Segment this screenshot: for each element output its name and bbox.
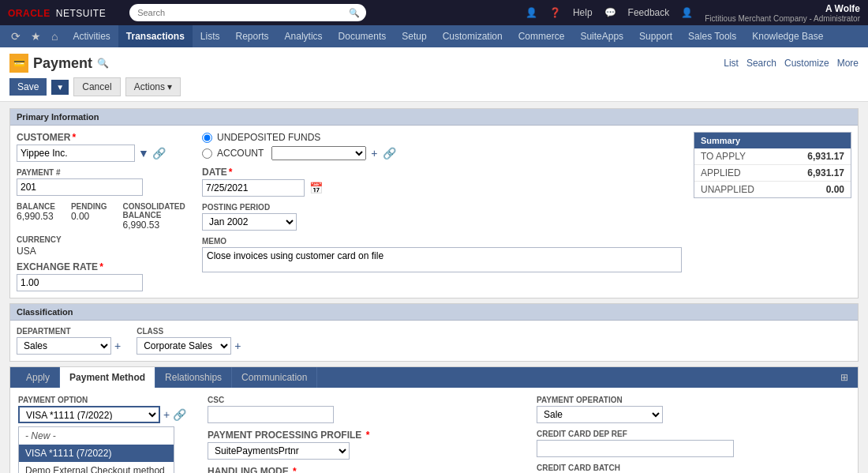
consolidated-balance-group: CONSOLIDATED BALANCE 6,990.53: [122, 202, 190, 231]
exchange-rate-input[interactable]: [17, 274, 143, 291]
memo-input[interactable]: Close invoices using customer card on fi…: [202, 247, 682, 272]
account-row: ACCOUNT + 🔗: [202, 146, 682, 160]
account-label: ACCOUNT: [217, 148, 264, 159]
summary-box-container: Summary TO APPLY 6,931.17 APPLIED 6,931.…: [694, 132, 851, 291]
date-input-row: 📅: [202, 179, 682, 197]
primary-info-section: Primary Information CUSTOMER* ▼ 🔗 PAYMEN…: [9, 108, 859, 298]
comment-icon: 💬: [604, 7, 616, 18]
nav-documents[interactable]: Documents: [331, 25, 395, 47]
class-add-icon[interactable]: +: [234, 340, 241, 352]
star-icon[interactable]: ★: [28, 28, 44, 44]
nav-activities[interactable]: Activities: [65, 25, 118, 47]
department-add-icon[interactable]: +: [114, 340, 121, 352]
payment-processing-profile-select[interactable]: SuitePaymentsPrtnr: [208, 442, 350, 460]
customer-input[interactable]: [17, 145, 135, 162]
tab-communication[interactable]: Communication: [232, 367, 317, 388]
nav-suiteapps[interactable]: SuiteApps: [572, 25, 631, 47]
nav-analytics[interactable]: Analytics: [277, 25, 331, 47]
payment-icon: 💳: [9, 54, 28, 73]
payment-operation-select[interactable]: Sale: [537, 406, 663, 423]
user-avatar-icon: 👤: [681, 7, 693, 18]
account-add-icon[interactable]: +: [371, 147, 377, 160]
credit-card-batch-label: CREDIT CARD BATCH: [537, 464, 850, 472]
payment-operation-row: Sale: [537, 406, 850, 423]
question-icon: ❓: [549, 7, 561, 18]
main-content: Primary Information CUSTOMER* ▼ 🔗 PAYMEN…: [0, 102, 868, 473]
posting-period-label: POSTING PERIOD: [202, 203, 682, 212]
payment-option-select[interactable]: VISA *1111 (7/2022): [18, 406, 160, 423]
consolidated-balance-value: 6,990.53: [122, 220, 190, 231]
summary-unapplied-row: UNAPPLIED 0.00: [694, 182, 851, 197]
class-select[interactable]: Corporate Sales: [137, 337, 231, 355]
dropdown-new-item[interactable]: - New -: [19, 427, 174, 445]
search-page-icon[interactable]: 🔍: [97, 58, 109, 69]
history-icon[interactable]: ⟳: [8, 28, 24, 44]
tab-apply[interactable]: Apply: [17, 367, 60, 388]
date-input[interactable]: [202, 179, 305, 197]
handling-mode-group: HANDLING MODE * Process: [208, 466, 521, 473]
nav-support[interactable]: Support: [631, 25, 680, 47]
feedback-link[interactable]: Feedback: [628, 7, 670, 18]
nav-sales-tools[interactable]: Sales Tools: [680, 25, 744, 47]
cancel-button[interactable]: Cancel: [73, 77, 120, 96]
customer-dropdown-icon[interactable]: ▼: [138, 147, 149, 160]
nav-lists[interactable]: Lists: [193, 25, 228, 47]
save-button[interactable]: Save: [9, 78, 47, 96]
memo-label: MEMO: [202, 237, 682, 246]
department-select[interactable]: Sales: [17, 337, 111, 355]
nav-transactions[interactable]: Transactions: [118, 25, 193, 47]
csc-group: CSC: [208, 396, 521, 423]
pm-left: PAYMENT OPTION VISA *1111 (7/2022) + 🔗 -…: [18, 396, 192, 473]
user-company: Fictitious Merchant Company - Administra…: [705, 14, 860, 23]
nav-commerce[interactable]: Commerce: [511, 25, 573, 47]
primary-info-body: CUSTOMER* ▼ 🔗 PAYMENT # BALANCE: [10, 126, 858, 298]
customer-link-icon[interactable]: 🔗: [152, 147, 166, 160]
actions-button[interactable]: Actions ▾: [125, 77, 181, 96]
tab-relationships[interactable]: Relationships: [155, 367, 232, 388]
memo-group: MEMO Close invoices using customer card …: [202, 237, 682, 272]
person-icon: 👤: [526, 7, 537, 18]
help-link[interactable]: Help: [573, 7, 593, 18]
home-icon[interactable]: ⌂: [48, 28, 61, 44]
pm-right: PAYMENT OPERATION Sale CREDIT CARD DEP R…: [537, 396, 850, 473]
account-link-icon[interactable]: 🔗: [383, 147, 396, 160]
dropdown-demo-checkout-item[interactable]: Demo External Checkout method: [19, 462, 174, 473]
nav-reports[interactable]: Reports: [228, 25, 277, 47]
posting-period-select[interactable]: Jan 2002: [202, 213, 297, 231]
save-dropdown-button[interactable]: ▼: [51, 80, 69, 95]
more-link[interactable]: More: [837, 58, 859, 69]
dropdown-visa-item[interactable]: VISA *1111 (7/2022): [19, 445, 174, 462]
payment-num-label: PAYMENT #: [17, 168, 190, 177]
account-select[interactable]: [271, 146, 366, 160]
expand-icon[interactable]: ⊞: [837, 369, 851, 386]
currency-group: CURRENCY USA: [17, 235, 190, 257]
nav-setup[interactable]: Setup: [394, 25, 434, 47]
nav-customization[interactable]: Customization: [435, 25, 511, 47]
payment-processing-profile-label: PAYMENT PROCESSING PROFILE *: [208, 430, 521, 441]
search-input[interactable]: [129, 4, 366, 21]
search-icon[interactable]: 🔍: [349, 8, 360, 18]
currency-value: USA: [17, 246, 190, 257]
tab-payment-method[interactable]: Payment Method: [60, 367, 155, 388]
nav-knowledge-base[interactable]: Knowledge Base: [744, 25, 831, 47]
payment-method-tab-body: PAYMENT OPTION VISA *1111 (7/2022) + 🔗 -…: [10, 388, 858, 473]
credit-card-dep-ref-input[interactable]: [537, 440, 734, 457]
account-radio[interactable]: [202, 148, 212, 159]
page-title: 💳 Payment 🔍: [9, 54, 109, 73]
payment-option-link-icon[interactable]: 🔗: [173, 408, 186, 421]
csc-input[interactable]: [208, 406, 334, 423]
date-calendar-icon[interactable]: 📅: [309, 182, 323, 194]
page-title-text: Payment: [33, 55, 92, 72]
user-info: A Wolfe Fictitious Merchant Company - Ad…: [705, 3, 860, 23]
list-link[interactable]: List: [724, 58, 739, 69]
customize-link[interactable]: Customize: [784, 58, 829, 69]
search-link[interactable]: Search: [746, 58, 776, 69]
payment-option-add-icon[interactable]: +: [163, 408, 170, 421]
undeposited-funds-radio[interactable]: [202, 133, 212, 143]
logo: ORACLE NETSUITE: [8, 7, 106, 19]
balance-row: BALANCE 6,990.53 PENDING 0.00 CONSOLIDAT…: [17, 202, 190, 231]
top-right-actions: 👤 ❓ Help 💬 Feedback 👤 A Wolfe Fictitious…: [526, 3, 860, 23]
handling-mode-label: HANDLING MODE *: [208, 466, 521, 473]
payment-num-input[interactable]: [17, 178, 143, 196]
posting-period-select-row: Jan 2002: [202, 213, 682, 231]
